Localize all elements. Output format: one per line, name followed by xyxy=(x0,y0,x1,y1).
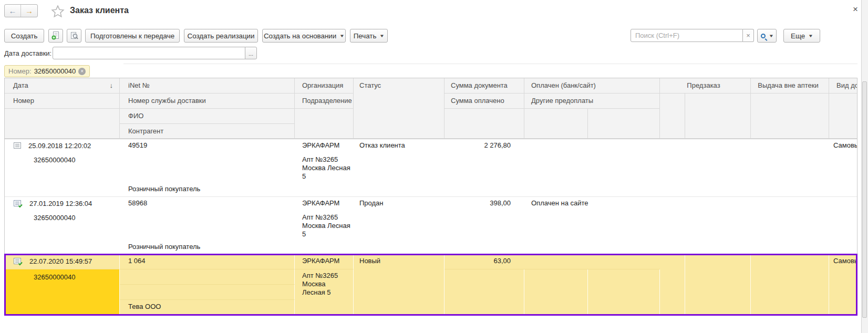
filter-tag-remove-icon[interactable]: × xyxy=(78,68,86,75)
table-row-cell-organization[interactable]: ЭРКАФАРМ xyxy=(295,254,354,269)
search-group: × xyxy=(631,29,754,42)
search-input[interactable] xyxy=(631,29,743,42)
create-copy-button[interactable] xyxy=(48,29,63,43)
table-row-cell-other-prepay[interactable] xyxy=(524,269,588,315)
column-header-division[interactable]: Подразделение xyxy=(295,93,354,109)
table-row-cell-paid-bank[interactable]: Оплачен на сайте xyxy=(524,196,660,211)
table-row-cell-date[interactable]: 22.07.2020 15:49:57 xyxy=(5,254,120,269)
column-header-organization[interactable]: Организация xyxy=(295,78,354,93)
sort-descending-icon: ↓ xyxy=(110,81,113,93)
filter-tag-label: Номер: xyxy=(8,67,32,75)
search-clear-button[interactable]: × xyxy=(743,29,754,42)
filter-tag-number[interactable]: Номер: 32650000040 × xyxy=(4,65,90,77)
table-row-cell-inet[interactable]: 1 064 xyxy=(120,254,295,269)
more-button[interactable]: Еще ▼ xyxy=(783,29,820,43)
table-row-cell-number[interactable]: 32650000040 xyxy=(5,153,120,168)
back-arrow-button[interactable]: ← xyxy=(5,5,21,17)
column-header-counterparty[interactable]: Контрагент xyxy=(120,124,295,139)
chevron-down-icon: ▼ xyxy=(808,34,813,38)
table-row-cell-other-prepay[interactable] xyxy=(588,269,660,315)
column-header-empty xyxy=(751,93,829,139)
table-row-cell-organization[interactable]: ЭРКАФАРМ xyxy=(295,139,354,153)
favorite-star-icon[interactable] xyxy=(51,5,65,18)
table-row-cell-doc-sum[interactable]: 398,00 xyxy=(445,196,524,211)
column-header-doc-sum[interactable]: Сумма документа xyxy=(445,78,524,93)
table-row-cell-paid-bank[interactable] xyxy=(524,139,660,153)
column-header-other-prepayments[interactable]: Другие предоплаты xyxy=(524,93,660,109)
table-row-cell-doc-sum[interactable]: 63,00 xyxy=(445,254,524,269)
column-header-fio[interactable]: ФИО xyxy=(120,109,295,124)
history-nav: ← → xyxy=(4,4,38,17)
table-row-cell-counterparty[interactable]: Розничный покупатель xyxy=(120,182,295,196)
table-row-cell-counterparty[interactable]: Розничный покупатель xyxy=(120,240,295,254)
search-button[interactable]: ▼ xyxy=(757,29,777,43)
table-row-cell-status[interactable]: Новый xyxy=(354,254,445,315)
document-posted-icon xyxy=(13,257,23,266)
table-row-cell-preorder[interactable] xyxy=(685,254,751,315)
delivery-date-label: Дата доставки: xyxy=(4,49,51,57)
column-header-paid-bank-site[interactable]: Оплачен (банк/сайт) xyxy=(524,78,660,93)
table-row-cell-paid-sum[interactable] xyxy=(445,269,524,315)
table-row-cell-delivery-service[interactable] xyxy=(120,269,295,285)
copy-document-icon xyxy=(51,32,60,40)
column-header-empty xyxy=(5,109,120,139)
column-header-empty xyxy=(829,93,857,139)
row-date: 25.09.2018 12:20:02 xyxy=(28,142,91,150)
prepared-for-transfer-button[interactable]: Подготовлены к передаче xyxy=(85,29,180,43)
close-icon[interactable]: × xyxy=(850,4,861,15)
table-row-cell-preorder[interactable] xyxy=(660,254,685,315)
column-header-preorder[interactable]: Предзаказ xyxy=(660,78,751,93)
row-date: 22.07.2020 15:49:57 xyxy=(29,257,92,265)
column-header-empty xyxy=(445,109,524,139)
table-row-cell-division[interactable]: Апт №3265 Москва Лесная 5 xyxy=(295,153,354,196)
forward-arrow-icon: → xyxy=(25,6,33,15)
create-realization-button[interactable]: Создать реализации xyxy=(184,29,258,43)
forward-arrow-button[interactable]: → xyxy=(21,5,37,17)
column-header-outside-pharmacy[interactable]: Выдача вне аптеки xyxy=(751,78,829,93)
column-header-number[interactable]: Номер xyxy=(5,93,120,109)
column-header-empty xyxy=(588,109,660,139)
create-based-on-button[interactable]: Создать на основании ▼ xyxy=(262,29,346,43)
column-header-delivery-service[interactable]: Номер службы доставки xyxy=(120,93,295,109)
document-icon xyxy=(13,142,22,150)
print-button[interactable]: Печать ▼ xyxy=(350,29,388,43)
table-row-cell-delivery-kind[interactable]: Самовывоз xyxy=(829,139,857,153)
find-button[interactable] xyxy=(67,29,81,43)
back-arrow-icon: ← xyxy=(9,6,17,15)
column-header-status[interactable]: Статус xyxy=(354,78,445,139)
table-row-cell-status[interactable]: Отказ клиента xyxy=(354,139,445,153)
chevron-down-icon: ▼ xyxy=(379,34,385,38)
delivery-date-picker-button[interactable]: ... xyxy=(245,47,257,59)
table-row-cell-delivery-kind[interactable]: Самовывоз xyxy=(829,254,857,315)
table-row-cell-division[interactable]: Апт №3265 Москва Лесная 5 xyxy=(295,211,354,254)
table-row-cell-outside-pharmacy[interactable] xyxy=(751,254,829,315)
chevron-down-icon: ▼ xyxy=(339,34,345,38)
table-row-cell-date[interactable]: 25.09.2018 12:20:02 xyxy=(5,139,120,153)
column-header-inet[interactable]: iNet № xyxy=(120,78,295,93)
delivery-date-input[interactable] xyxy=(53,47,245,59)
table-row-cell-doc-sum[interactable]: 2 276,80 xyxy=(445,139,524,153)
create-button[interactable]: Создать xyxy=(4,29,44,43)
find-document-icon xyxy=(70,32,79,40)
document-posted-icon xyxy=(13,200,23,208)
column-header-delivery-kind[interactable]: Вид доставки xyxy=(829,78,857,93)
table-row-cell-inet[interactable]: 58968 xyxy=(120,196,295,211)
row-separator xyxy=(5,196,857,197)
column-header-paid-sum[interactable]: Сумма оплачено xyxy=(445,93,524,109)
table-row-cell-status[interactable]: Продан xyxy=(354,196,445,211)
table-row-cell-number[interactable]: 32650000040 xyxy=(5,211,120,225)
column-header-empty xyxy=(524,109,588,139)
table-row-cell-counterparty[interactable]: Тева ООО xyxy=(120,300,295,315)
orders-table: Дата ↓ Номер iNet № Номер службы доставк… xyxy=(4,78,857,315)
print-label: Печать xyxy=(354,32,377,40)
table-row-cell-division[interactable]: Апт №3265 Москва Лесная 5 xyxy=(295,269,354,315)
vertical-scrollbar-thumb[interactable] xyxy=(862,81,867,318)
table-row-cell-paid-bank[interactable] xyxy=(524,254,660,269)
table-row-cell-fio[interactable] xyxy=(120,285,295,300)
table-row-cell-number-active[interactable]: 32650000040 xyxy=(5,269,120,315)
table-row-cell-inet[interactable]: 49519 xyxy=(120,139,295,153)
table-row-cell-delivery-kind[interactable] xyxy=(829,196,857,211)
table-row-cell-date[interactable]: 27.01.2019 12:36:04 xyxy=(5,196,120,211)
column-header-date[interactable]: Дата ↓ xyxy=(5,78,120,93)
table-row-cell-organization[interactable]: ЭРКАФАРМ xyxy=(295,196,354,211)
